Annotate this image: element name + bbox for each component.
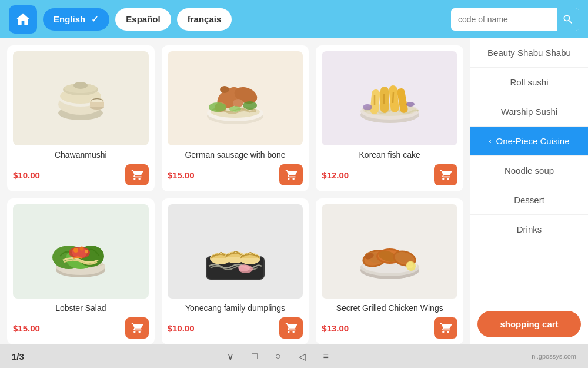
add-to-cart-chicken[interactable] — [434, 317, 457, 339]
language-espanol-button[interactable]: Español — [115, 8, 171, 31]
svg-point-21 — [229, 106, 241, 112]
home-button[interactable] — [9, 5, 37, 34]
food-card-dumpling: Yonecang family dumplings $10.00 — [162, 198, 309, 344]
svg-point-20 — [243, 101, 257, 110]
food-card-german: German sausage with bone $15.00 — [162, 45, 309, 191]
language-english-button[interactable]: English ✓ — [43, 8, 109, 31]
chevron-left-icon: ‹ — [489, 137, 491, 145]
nav-down-icon[interactable]: ∨ — [227, 351, 234, 362]
food-price-lobster: $15.00 — [13, 323, 40, 333]
sidebar-item-roll[interactable]: Roll sushi — [470, 68, 588, 97]
food-image-korean — [322, 51, 457, 145]
food-footer-korean: $12.00 — [322, 164, 457, 185]
shopping-cart-button[interactable]: shopping cart — [477, 311, 581, 337]
food-card-chicken: Secret Grilled Chicken Wings $13.00 — [316, 198, 463, 344]
sidebar-label-drinks: Drinks — [517, 224, 542, 234]
search-container — [451, 8, 579, 31]
sidebar-label-onepiece: One-Piece Cuisine — [496, 136, 569, 146]
sidebar-label-beauty: Beauty Shabu Shabu — [487, 48, 571, 58]
search-button[interactable] — [557, 8, 579, 31]
cart-icon — [131, 169, 143, 181]
food-name-chawanmushi: Chawanmushi — [55, 150, 107, 160]
food-name-lobster: Lobster Salad — [55, 303, 106, 313]
food-price-chicken: $13.00 — [322, 323, 349, 333]
food-footer-dumpling: $10.00 — [168, 317, 303, 339]
sidebar-item-warship[interactable]: Warship Sushi — [470, 97, 588, 127]
add-to-cart-dumpling[interactable] — [279, 317, 303, 339]
food-image-lobster — [13, 204, 149, 299]
food-card-chawanmushi: Chawanmushi $10.00 — [7, 45, 155, 191]
svg-point-62 — [406, 261, 413, 268]
cart-icon — [440, 169, 452, 181]
food-price-korean: $12.00 — [322, 170, 349, 180]
nav-square-icon[interactable]: □ — [252, 351, 258, 362]
food-footer-chicken: $13.00 — [322, 317, 457, 339]
bottom-bar: 1/3 ∨ □ ○ ◁ ≡ nl.gpossys.com — [0, 344, 588, 368]
header: English ✓ Español français — [0, 0, 588, 38]
food-name-chicken: Secret Grilled Chicken Wings — [336, 303, 443, 313]
language-francais-label: français — [188, 14, 222, 24]
watermark: nl.gpossys.com — [532, 353, 576, 360]
svg-point-43 — [85, 250, 88, 253]
sidebar-label-dessert: Dessert — [514, 195, 544, 205]
sidebar-label-roll: Roll sushi — [510, 77, 548, 87]
nav-circle-icon[interactable]: ○ — [275, 351, 281, 362]
cart-icon — [131, 322, 143, 334]
sidebar-item-noodle[interactable]: Noodle soup — [470, 156, 588, 185]
food-price-chawanmushi: $10.00 — [13, 170, 40, 180]
language-francais-button[interactable]: français — [177, 8, 232, 31]
nav-menu-icon[interactable]: ≡ — [323, 351, 329, 362]
food-name-german: German sausage with bone — [185, 150, 285, 160]
sidebar-item-drinks[interactable]: Drinks — [470, 215, 588, 244]
language-english-check: ✓ — [91, 14, 99, 24]
add-to-cart-korean[interactable] — [434, 164, 457, 185]
cart-icon — [285, 322, 297, 334]
svg-point-41 — [74, 248, 78, 253]
svg-point-42 — [80, 247, 84, 251]
sidebar-label-warship: Warship Sushi — [501, 107, 557, 117]
add-to-cart-lobster[interactable] — [125, 317, 149, 339]
food-image-german — [168, 51, 303, 145]
svg-point-16 — [220, 86, 229, 93]
food-card-lobster: Lobster Salad $15.00 — [7, 198, 155, 344]
svg-point-19 — [209, 102, 226, 112]
food-name-dumpling: Yonecang family dumplings — [185, 303, 285, 313]
korean-image-svg — [355, 63, 425, 134]
lobster-image-svg — [45, 216, 116, 287]
language-espanol-label: Español — [126, 14, 160, 24]
nav-back-icon[interactable]: ◁ — [299, 351, 306, 362]
food-price-dumpling: $10.00 — [168, 323, 195, 333]
sidebar: Beauty Shabu Shabu Roll sushi Warship Su… — [470, 38, 588, 344]
chicken-image-svg — [355, 216, 425, 287]
svg-point-50 — [238, 264, 250, 271]
sidebar-item-beauty[interactable]: Beauty Shabu Shabu — [470, 38, 588, 68]
sidebar-item-onepiece[interactable]: ‹ One-Piece Cuisine — [470, 127, 588, 156]
add-to-cart-chawanmushi[interactable] — [125, 164, 149, 185]
cart-icon — [440, 322, 452, 334]
language-english-label: English — [54, 14, 85, 24]
add-to-cart-german[interactable] — [279, 164, 303, 185]
search-icon — [562, 14, 574, 25]
main-content: Chawanmushi $10.00 — [0, 38, 588, 344]
food-card-korean: Korean fish cake $12.00 — [316, 45, 463, 191]
food-grid: Chawanmushi $10.00 — [0, 38, 470, 344]
svg-point-33 — [363, 104, 372, 110]
nav-icons: ∨ □ ○ ◁ ≡ — [24, 351, 532, 362]
home-icon — [15, 11, 31, 28]
svg-point-18 — [233, 99, 243, 107]
food-footer-german: $15.00 — [168, 164, 303, 185]
food-price-german: $15.00 — [168, 170, 195, 180]
chawanmushi-image-svg — [45, 63, 116, 134]
sidebar-label-noodle: Noodle soup — [505, 165, 554, 175]
german-image-svg — [200, 63, 270, 134]
search-input[interactable] — [451, 15, 557, 24]
svg-point-6 — [74, 82, 88, 89]
sidebar-item-dessert[interactable]: Dessert — [470, 185, 588, 215]
svg-line-32 — [393, 92, 393, 103]
svg-point-34 — [406, 102, 415, 107]
food-footer-lobster: $15.00 — [13, 317, 149, 339]
food-image-chicken — [322, 204, 457, 299]
food-name-korean: Korean fish cake — [359, 150, 420, 160]
shopping-cart-label: shopping cart — [500, 319, 558, 329]
food-footer-chawanmushi: $10.00 — [13, 164, 149, 185]
